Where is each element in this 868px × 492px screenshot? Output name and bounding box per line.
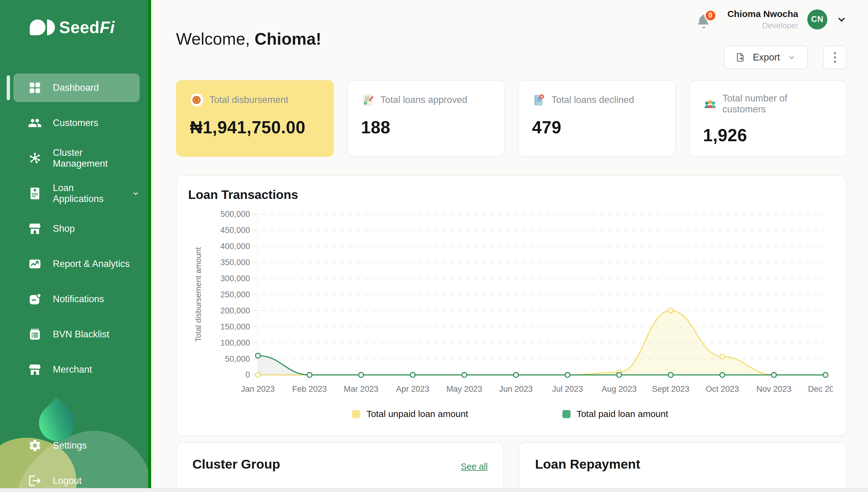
stat-card-total-loans-declined: Total loans declined479 (518, 80, 676, 157)
sidebar-menu: DashboardCustomersCluster ManagementLoan… (0, 74, 148, 384)
stats-row: Total disbursement₦1,941,750.00Total loa… (176, 80, 847, 157)
stat-value: 479 (532, 117, 662, 137)
svg-text:May 2023: May 2023 (446, 385, 482, 394)
svg-text:300,000: 300,000 (220, 274, 250, 283)
export-button[interactable]: Export (724, 46, 808, 69)
sidebar-item-dashboard[interactable]: Dashboard (14, 74, 140, 102)
sidebar-item-report-analytics[interactable]: Report & Analytics (14, 250, 140, 278)
stat-label: Total loans declined (551, 95, 634, 105)
svg-text:350,000: 350,000 (220, 258, 250, 267)
seedfi-logo-icon (30, 20, 55, 35)
merchant-icon (28, 363, 42, 376)
chevron-down-icon (132, 190, 140, 197)
report-analytics-icon (28, 257, 42, 271)
legend-label: Total paid loan amount (577, 409, 668, 419)
sidebar-item-label: Merchant (53, 364, 92, 375)
dashboard-icon (28, 81, 42, 95)
bvn-blacklist-icon (28, 327, 42, 341)
sidebar-item-label: Notifications (53, 294, 104, 304)
loan-applications-icon (28, 187, 42, 200)
sidebar-item-label: Cluster Management (53, 147, 140, 169)
legend-swatch (562, 410, 571, 418)
svg-text:Oct 2023: Oct 2023 (706, 385, 739, 394)
svg-text:Nov 2023: Nov 2023 (756, 385, 791, 394)
sidebar-footer-menu: SettingsLogout (0, 431, 148, 492)
legend-item-total-unpaid-loan-amount: Total unpaid loan amount (352, 409, 468, 419)
legend-item-total-paid-loan-amount: Total paid loan amount (562, 409, 668, 419)
main-content: 0 Chioma Nwocha Developer CN Export Welc… (154, 0, 868, 492)
shop-icon (28, 222, 42, 236)
svg-text:Jan 2023: Jan 2023 (241, 385, 275, 394)
customers-icon (28, 116, 42, 130)
topbar: 0 Chioma Nwocha Developer CN Export (696, 8, 847, 69)
svg-text:250,000: 250,000 (220, 290, 250, 299)
legend-label: Total unpaid loan amount (366, 409, 468, 419)
sidebar-item-label: BVN Blacklist (53, 329, 109, 340)
sidebar-item-label: Settings (53, 440, 87, 451)
chart-legend: Total unpaid loan amountTotal paid loan … (188, 409, 833, 419)
svg-text:Jul 2023: Jul 2023 (552, 385, 583, 394)
sidebar-item-label: Report & Analytics (53, 259, 130, 269)
stat-card-total-disbursement: Total disbursement₦1,941,750.00 (176, 80, 334, 157)
sidebar-item-label: Logout (53, 475, 82, 486)
export-chevron-down-icon (787, 53, 796, 62)
cluster-group-title: Cluster Group (192, 457, 280, 472)
stat-label: Total disbursement (209, 95, 288, 105)
loan-transactions-card: Loan Transactions 050,000100,000150,0002… (176, 175, 847, 436)
seedfi-logo-text: SeedFi (59, 18, 115, 37)
svg-text:Feb 2023: Feb 2023 (292, 385, 327, 394)
chart-title: Loan Transactions (188, 188, 833, 202)
sidebar-item-cluster-management[interactable]: Cluster Management (14, 144, 140, 172)
export-file-icon (735, 52, 745, 63)
legend-swatch (352, 410, 360, 418)
svg-text:Mar 2023: Mar 2023 (344, 385, 378, 394)
svg-text:500,000: 500,000 (220, 210, 250, 219)
svg-text:400,000: 400,000 (220, 242, 250, 251)
svg-text:150,000: 150,000 (220, 322, 250, 331)
export-label: Export (753, 52, 780, 63)
sidebar-item-label: Customers (53, 118, 98, 128)
svg-text:Aug 2023: Aug 2023 (602, 385, 636, 394)
user-menu-chevron-down-icon[interactable] (837, 14, 847, 25)
sidebar-item-bvn-blacklist[interactable]: BVN Blacklist (14, 320, 140, 349)
sidebar-item-loan-applications[interactable]: Loan Applications (14, 179, 140, 208)
sidebar-item-shop[interactable]: Shop (14, 215, 140, 243)
sidebar-item-customers[interactable]: Customers (14, 109, 140, 137)
loan-repayment-card: Loan Repayment (519, 442, 847, 492)
sidebar: SeedFi DashboardCustomersCluster Managem… (0, 0, 151, 492)
svg-text:100,000: 100,000 (220, 338, 250, 347)
loan-repayment-title: Loan Repayment (535, 457, 640, 472)
sidebar-item-merchant[interactable]: Merchant (14, 355, 140, 384)
sidebar-item-label: Shop (53, 223, 75, 234)
svg-text:Total disbursement amount: Total disbursement amount (194, 247, 203, 342)
cluster-group-card: Cluster Group See all (176, 442, 504, 492)
stat-label: Total loans approved (380, 95, 467, 105)
svg-text:0: 0 (245, 370, 250, 379)
svg-text:50,000: 50,000 (225, 354, 250, 364)
svg-text:200,000: 200,000 (220, 306, 250, 315)
declined-note-icon (532, 93, 546, 107)
stat-card-total-loans-approved: Total loans approved188 (347, 80, 505, 157)
svg-text:Apr 2023: Apr 2023 (396, 385, 429, 394)
horizontal-scrollbar[interactable] (0, 488, 868, 492)
svg-text:450,000: 450,000 (220, 226, 250, 235)
logout-icon (28, 474, 42, 488)
settings-icon (28, 439, 42, 452)
coin-icon (190, 93, 204, 107)
user-name: Chioma Nwocha (728, 8, 798, 20)
notifications-icon (28, 292, 42, 306)
sidebar-item-notifications[interactable]: Notifications (14, 285, 140, 314)
cluster-management-icon (28, 151, 42, 165)
svg-text:Jun 2023: Jun 2023 (499, 385, 533, 394)
more-options-kebab-button[interactable] (823, 46, 847, 69)
svg-text:Sept 2023: Sept 2023 (652, 385, 689, 394)
sidebar-item-label: Loan Applications (53, 182, 119, 204)
sidebar-item-settings[interactable]: Settings (14, 431, 140, 460)
stat-label: Total number of customers (722, 93, 833, 115)
approved-note-icon (361, 93, 375, 107)
seedfi-logo: SeedFi (30, 18, 148, 37)
user-role: Developer (728, 20, 798, 31)
cluster-group-see-all-link[interactable]: See all (461, 462, 488, 472)
avatar[interactable]: CN (807, 9, 827, 29)
notification-bell-icon[interactable]: 0 (696, 10, 713, 29)
